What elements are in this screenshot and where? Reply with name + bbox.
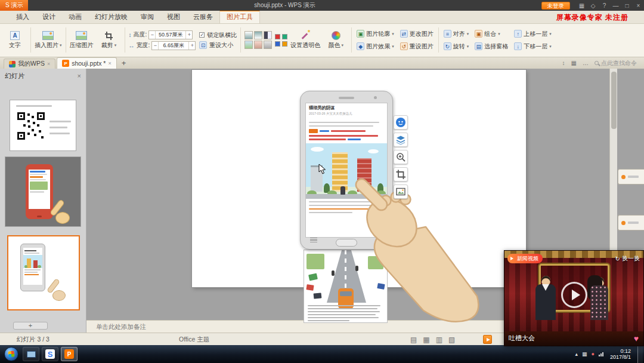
selection-pane-icon: ▤ (475, 42, 482, 50)
like-heart-icon[interactable]: ♥ (634, 334, 639, 343)
selection-pane-button[interactable]: ▤ 选择窗格 (473, 41, 510, 51)
adjust-thumb[interactable] (254, 41, 262, 49)
sync-icon[interactable]: ↕ (562, 60, 565, 66)
change-picture-button[interactable]: ⇄ 更改图片 (398, 29, 435, 39)
tab-picture-tools[interactable]: 图片工具 (219, 10, 260, 23)
add-slide-button[interactable]: + (13, 322, 48, 330)
app-tab[interactable]: S 演示 (0, 0, 28, 11)
notification-icon[interactable]: ● (592, 351, 595, 357)
scrollbar-thumb[interactable] (611, 72, 617, 129)
chevron-down-icon: ▾ (392, 32, 394, 36)
close-button[interactable]: × (633, 2, 644, 9)
color-swatch[interactable] (282, 34, 287, 39)
help-icon[interactable]: ? (599, 2, 610, 9)
skin-icon[interactable]: ◇ (587, 2, 599, 9)
insert-picture-button[interactable]: 插入图片▾ (33, 25, 64, 55)
normal-view-icon[interactable]: ▤ (410, 336, 417, 344)
tab-review[interactable]: 审阅 (134, 11, 160, 23)
width-increase-button[interactable]: + (188, 42, 195, 50)
picture-outline-button[interactable]: ▣ 图片轮廓 ▾ (355, 29, 396, 39)
doc-tab-my-wps[interactable]: 我的WPS × (4, 59, 55, 69)
slide-thumbnail-1[interactable] (10, 100, 76, 151)
network-icon[interactable] (599, 352, 603, 356)
tab-design[interactable]: 设计 (36, 11, 62, 23)
zoom-button[interactable] (394, 150, 408, 164)
rotate-label: 旋转 (453, 42, 465, 51)
slide-sorter-icon[interactable]: ▦ (423, 336, 429, 344)
align-button[interactable]: ≡ 对齐 ▾ (442, 29, 471, 39)
adjust-thumb[interactable] (244, 31, 253, 39)
tab-cloud[interactable]: 云服务 (187, 11, 219, 23)
theme-name[interactable]: Office 主题 (179, 333, 209, 346)
doc-tab-shouji[interactable]: P shouji.pptx * × (57, 57, 116, 69)
assistant-button[interactable] (394, 115, 408, 130)
bring-forward-button[interactable]: ↑ 上移一层 ▾ (512, 29, 553, 39)
taskbar-wps-button[interactable]: P (61, 347, 78, 361)
group-button[interactable]: ▣ 组合 ▾ (473, 29, 510, 39)
slide-thumbnail-3-selected[interactable] (7, 235, 80, 310)
phone-menu-icon (310, 238, 317, 244)
outline-view-icon[interactable]: ▧ (448, 336, 455, 344)
panel-close-icon[interactable]: × (78, 72, 81, 79)
picture-effects-button[interactable]: ◆ 图片效果 ▾ (355, 41, 396, 51)
video-overlay[interactable]: 新闻视频 ↻ 换一换 吐槽大会 ♥ (504, 250, 644, 346)
tab-animation[interactable]: 动画 (62, 11, 88, 23)
width-decrease-button[interactable]: − (152, 42, 159, 50)
video-channel-badge[interactable]: 新闻视频 (507, 254, 543, 263)
close-tab-icon[interactable]: × (108, 60, 111, 66)
height-increase-button[interactable]: + (185, 31, 192, 39)
mouse-cursor (318, 164, 327, 174)
tray-expand-icon[interactable]: ▴ (575, 351, 578, 357)
login-button[interactable]: 未登录 (541, 2, 571, 10)
find-command-box[interactable]: 点此查找命令 (595, 59, 637, 67)
compress-picture-button[interactable]: 压缩图片 (68, 25, 95, 55)
video-refresh-button[interactable]: ↻ 换一换 (615, 254, 640, 263)
tab-view[interactable]: 视图 (160, 11, 187, 23)
gallery-button[interactable] (394, 184, 408, 199)
close-tab-icon[interactable]: × (47, 61, 50, 67)
start-button[interactable] (4, 347, 18, 361)
taskbar-computer-button[interactable] (23, 347, 39, 361)
tray-clock[interactable]: 0:12 2017/8/1 (610, 348, 631, 361)
width-value[interactable]: 6.65厘米 (159, 42, 188, 50)
more-icon[interactable]: … (583, 60, 589, 66)
video-play-button[interactable] (561, 282, 587, 308)
layers-button[interactable] (394, 133, 408, 147)
crop-tool-button[interactable] (394, 167, 408, 182)
height-decrease-button[interactable]: − (149, 31, 156, 39)
new-tab-button[interactable]: + (122, 59, 126, 67)
reset-size-button[interactable]: ⊡ 重设大小 (199, 41, 237, 50)
group-icon: ▣ (475, 30, 482, 38)
send-backward-button[interactable]: ↓ 下移一层 ▾ (512, 41, 553, 51)
apps-icon[interactable]: ▦ (576, 2, 587, 9)
color-swatch[interactable] (275, 34, 280, 39)
crop-button[interactable]: 裁剪▾ (95, 25, 123, 55)
side-panel-tab[interactable] (618, 169, 644, 184)
view-switcher: ▤ ▦ ▥ ▧ (410, 333, 455, 346)
insert-text-button[interactable]: A 文字 (1, 25, 29, 55)
rotate-button[interactable]: ↻ 旋转 ▾ (442, 41, 471, 51)
side-panel-tab[interactable] (618, 215, 644, 230)
color-swatch[interactable] (275, 41, 280, 47)
layout-icon[interactable]: ▦ (571, 60, 577, 66)
color-swatch[interactable] (282, 41, 287, 47)
reset-picture-button[interactable]: ↺ 重设图片 (398, 41, 435, 51)
show-desktop-button[interactable] (637, 345, 643, 363)
maximize-button[interactable]: □ (621, 2, 633, 9)
tab-insert[interactable]: 插入 (10, 11, 36, 23)
slide-thumbnail-2[interactable] (5, 156, 81, 227)
adjust-thumb[interactable] (254, 31, 262, 39)
adjust-thumb[interactable] (264, 31, 272, 39)
lock-aspect-checkbox[interactable]: ✓ 锁定纵横比 (199, 31, 237, 39)
adjust-thumb[interactable] (264, 41, 272, 49)
tab-slideshow[interactable]: 幻灯片放映 (88, 11, 134, 23)
slideshow-play-button[interactable] (483, 335, 492, 344)
taskbar-sogou-button[interactable]: S (42, 347, 58, 361)
set-transparent-button[interactable]: 设置透明色 (289, 25, 322, 55)
ime-icon[interactable]: ▦ (582, 351, 587, 357)
minimize-button[interactable]: — (610, 2, 621, 9)
reading-view-icon[interactable]: ▥ (436, 336, 442, 344)
adjust-thumb[interactable] (244, 41, 253, 49)
height-value[interactable]: 50.57厘米 (156, 31, 185, 39)
color-button[interactable]: 颜色▾ (322, 25, 349, 55)
